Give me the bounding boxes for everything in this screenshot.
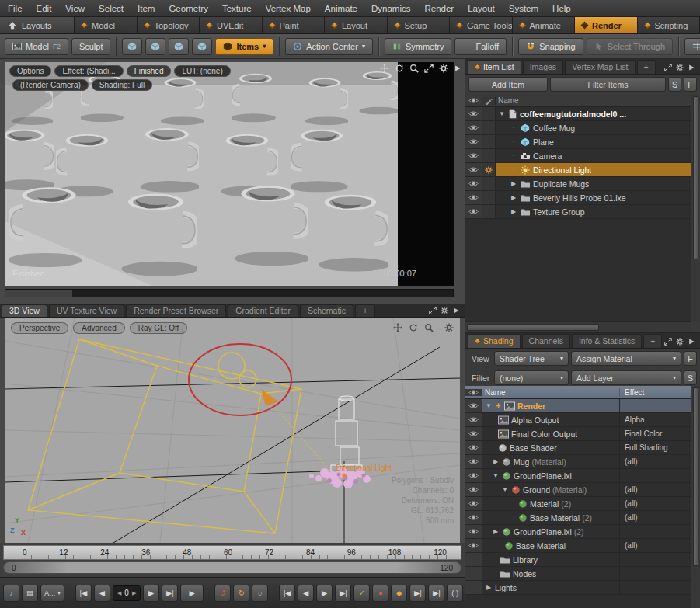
edit-cell[interactable] — [482, 135, 496, 148]
effect-value[interactable]: (all) — [619, 455, 691, 468]
tab-uvedit[interactable]: UVEdit — [200, 17, 263, 33]
shader-tree-dropdown[interactable]: Shader Tree▾ — [494, 351, 569, 366]
rotate-icon[interactable] — [395, 64, 404, 73]
items-mode-button[interactable]: Items ▾ — [215, 38, 273, 55]
shading-style-dropdown[interactable]: Advanced — [73, 322, 124, 334]
panel-arrow-icon[interactable] — [454, 64, 461, 72]
tab-layout[interactable]: Layout — [325, 17, 388, 33]
remove-key-button[interactable]: ◆ — [391, 585, 407, 602]
next-key-button[interactable]: ▶ — [316, 585, 333, 602]
effect-value[interactable]: Full Shading — [619, 441, 691, 454]
tab-add[interactable]: + — [355, 304, 375, 317]
play-button[interactable]: ▶ — [180, 585, 204, 602]
edit-cell[interactable] — [482, 163, 496, 176]
shader-row-alpha-output[interactable]: Alpha Output Alpha — [465, 413, 691, 427]
visibility-toggle[interactable] — [465, 511, 482, 524]
effect-value[interactable] — [619, 469, 691, 482]
model-mode-button[interactable]: Model F2 — [5, 38, 68, 55]
item-row-coffee-mug[interactable]: · Coffee Mug — [465, 121, 691, 135]
tab-shading[interactable]: Shading — [468, 334, 521, 348]
loop-button[interactable]: ↺ — [214, 585, 231, 602]
item-row-scene[interactable]: ▼ coffeemugtutorialmodel0 ... — [465, 107, 691, 121]
visibility-toggle[interactable] — [465, 497, 482, 510]
edit-cell[interactable] — [482, 205, 496, 218]
menu-texture[interactable]: Texture — [222, 4, 252, 13]
render-camera-dropdown[interactable]: (Render Camera) — [12, 79, 89, 91]
assign-material-dropdown[interactable]: Assign Material▾ — [571, 351, 681, 366]
tab-uv-texture-view[interactable]: UV Texture View — [49, 304, 124, 317]
visibility-toggle[interactable] — [465, 121, 482, 134]
preview-button[interactable]: ▤ — [22, 585, 38, 602]
visibility-toggle[interactable] — [465, 205, 482, 218]
shading-mode-dropdown[interactable]: Shading: Full — [92, 79, 152, 91]
shader-row-groundplane-2[interactable]: ▶ GroundPlane.lxl (2) — [465, 525, 691, 539]
name-column-header[interactable]: Name — [498, 96, 519, 105]
visibility-toggle[interactable] — [465, 567, 482, 580]
gear-icon[interactable] — [676, 338, 684, 346]
item-row-directional-light-selected[interactable]: · Directional Light — [465, 163, 691, 177]
goto-start-button[interactable]: |◀ — [75, 585, 92, 602]
expand-icon[interactable] — [664, 64, 672, 71]
tab-paint[interactable]: Paint — [263, 17, 326, 33]
menu-select[interactable]: Select — [99, 4, 124, 13]
tab-add[interactable]: + — [637, 60, 656, 74]
perspective-dropdown[interactable]: Perspective — [11, 322, 68, 334]
scrollbar-thumb[interactable] — [693, 387, 698, 566]
effect-dropdown[interactable]: Effect: (Shadi... — [54, 65, 123, 77]
menu-vertex-map[interactable]: Vertex Map — [266, 4, 311, 13]
expand-arrow[interactable]: ▶ — [510, 194, 517, 201]
action-center-button[interactable]: Action Center ▾ — [285, 38, 373, 55]
gear-icon[interactable] — [676, 64, 684, 71]
move-icon[interactable] — [380, 64, 389, 73]
add-key-button[interactable]: ● — [372, 585, 388, 602]
tab-animate[interactable]: Animate — [513, 17, 576, 33]
options-button[interactable]: Options — [9, 65, 51, 77]
tab-images[interactable]: Images — [523, 60, 563, 74]
tab-render-active[interactable]: Render — [575, 17, 638, 33]
materials-mode-button[interactable] — [192, 38, 212, 55]
next-frame-button[interactable]: ▶ — [143, 585, 159, 602]
tab-render-preset-browser[interactable]: Render Preset Browser — [126, 304, 226, 317]
sculpt-mode-button[interactable]: Sculpt — [71, 38, 111, 55]
render-progress-bar[interactable] — [5, 289, 454, 297]
tab-model[interactable]: Model — [75, 17, 138, 33]
tab-add[interactable]: + — [643, 334, 662, 348]
menu-layout[interactable]: Layout — [468, 4, 495, 13]
edit-cell[interactable] — [482, 177, 496, 190]
menu-dynamics[interactable]: Dynamics — [371, 4, 410, 13]
visibility-toggle[interactable] — [465, 441, 482, 454]
filter-dropdown[interactable]: (none)▾ — [494, 370, 569, 385]
tab-vertex-map-list[interactable]: Vertex Map List — [565, 60, 635, 74]
tab-setup[interactable]: Setup — [388, 17, 451, 33]
add-layer-dropdown[interactable]: Add Layer▾ — [571, 370, 681, 385]
cycle-button[interactable]: ↻ — [233, 585, 249, 602]
gear-icon[interactable] — [439, 64, 448, 73]
effect-value[interactable]: Final Color — [619, 427, 691, 440]
goto-end-button[interactable]: ▶| — [162, 585, 178, 602]
effect-value[interactable]: (all) — [619, 539, 691, 552]
shader-row-material-2[interactable]: Material (2) (all) — [465, 497, 691, 511]
menu-animate[interactable]: Animate — [325, 4, 357, 13]
finished-indicator[interactable]: Finished — [127, 65, 172, 77]
shader-row-library[interactable]: Library — [465, 553, 691, 567]
viewport-gear[interactable] — [444, 323, 454, 334]
expand-arrow[interactable]: ▶ — [510, 208, 517, 215]
expand-arrow[interactable]: ▶ — [492, 528, 500, 535]
auto-key-button[interactable]: ✓ — [353, 585, 370, 602]
prev-key-button[interactable]: ◀ — [298, 585, 314, 602]
menu-geometry[interactable]: Geometry — [169, 4, 208, 13]
visibility-toggle[interactable] — [465, 539, 482, 552]
zoom-icon[interactable] — [424, 323, 434, 332]
scrollbar-thumb[interactable] — [693, 96, 698, 259]
timeline-ruler[interactable]: 0 12 24 36 48 60 72 84 96 108 120 — [3, 545, 461, 560]
step-forward-a-button[interactable]: ▶| — [409, 585, 426, 602]
zoom-icon[interactable] — [409, 64, 419, 73]
item-row-duplicate-mugs[interactable]: ▶ Duplicate Mugs — [465, 177, 691, 191]
workplane-button[interactable]: WorkPl... — [684, 38, 700, 55]
effect-value[interactable]: Alpha — [619, 413, 691, 426]
shader-row-final-color-output[interactable]: Final Color Output Final Color — [465, 427, 691, 441]
menu-edit[interactable]: Edit — [37, 4, 52, 13]
rotate-icon[interactable] — [409, 323, 418, 332]
edges-mode-button[interactable] — [145, 38, 165, 55]
expand-icon[interactable] — [424, 64, 434, 73]
